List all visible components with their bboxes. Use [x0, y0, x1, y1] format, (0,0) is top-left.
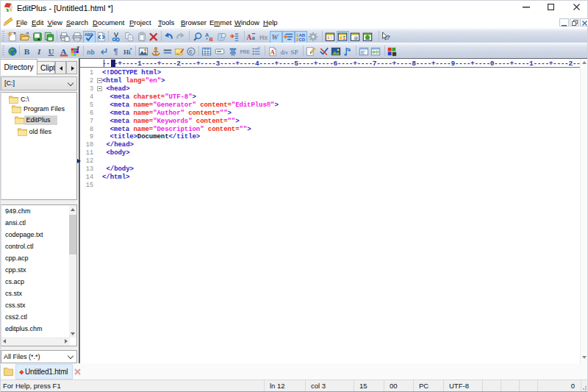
svg-text:W: W: [271, 33, 279, 41]
svg-text:a: a: [251, 34, 255, 41]
svg-text:c: c: [189, 48, 193, 55]
svg-text:B: B: [209, 36, 214, 42]
svg-text:A: A: [270, 49, 276, 56]
svg-text:I: I: [37, 47, 41, 56]
svg-text:Hi: Hi: [123, 49, 131, 56]
svg-text:¶: ¶: [114, 47, 118, 56]
svg-text:?: ?: [386, 33, 390, 41]
svg-text:nb: nb: [87, 49, 94, 56]
svg-text:SP: SP: [290, 49, 298, 56]
svg-text:Hx: Hx: [259, 34, 268, 41]
svg-text:PRE: PRE: [240, 49, 250, 54]
svg-text:U: U: [49, 48, 54, 56]
svg-text:A: A: [246, 33, 251, 41]
svg-text:div: div: [280, 49, 288, 56]
svg-text:A: A: [60, 47, 67, 56]
svg-text:CD: CD: [298, 37, 305, 42]
svg-text:B: B: [24, 47, 30, 56]
